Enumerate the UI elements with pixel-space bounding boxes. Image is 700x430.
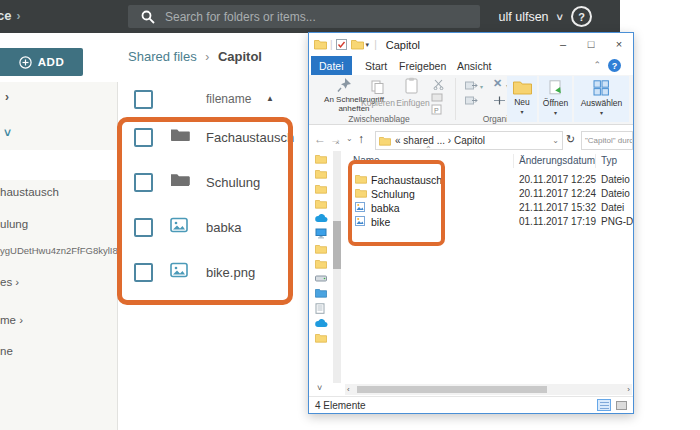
file-date: 20.11.2017 12:25 [519, 174, 596, 185]
sort-asc-icon[interactable]: ▲ [266, 94, 274, 103]
nav-scrollbar-thumb[interactable] [333, 221, 341, 269]
column-divider[interactable] [595, 154, 596, 168]
explorer-titlebar[interactable]: | ▾ | Capitol – □ × [309, 33, 633, 56]
breadcrumb[interactable]: ce› [0, 8, 20, 23]
ribbon-divider [455, 78, 456, 120]
explorer-help-icon[interactable]: ? [608, 59, 621, 72]
maximize-button[interactable]: □ [577, 33, 605, 55]
document-icon[interactable] [315, 303, 325, 314]
nav-folder-icon[interactable] [315, 244, 327, 254]
properties-icon[interactable] [336, 39, 347, 50]
details-view-button[interactable] [597, 399, 611, 411]
tab-datei[interactable]: Datei [311, 56, 352, 75]
breadcrumb-parent-link[interactable]: Shared files [128, 49, 197, 64]
close-button[interactable]: × [605, 33, 633, 55]
up-button[interactable]: ↑ [358, 132, 364, 146]
refresh-icon[interactable]: ↻ [566, 133, 575, 146]
chevron-right-icon[interactable]: › [5, 90, 9, 104]
scroll-right-icon[interactable]: › [627, 385, 630, 394]
onedrive-cloud-icon[interactable] [315, 319, 328, 328]
select-all-checkbox[interactable] [134, 90, 153, 109]
explorer-file-row[interactable]: Schulung 20.11.2017 12:24 Dateio [343, 187, 633, 201]
explorer-statusbar: 4 Elemente [309, 396, 633, 414]
file-name: Fachaustausch [371, 174, 442, 186]
sidebar-item[interactable]: es › [0, 276, 117, 288]
new-folder-qat-icon[interactable] [351, 39, 364, 50]
cut-icon[interactable] [433, 79, 444, 90]
tab-freigeben[interactable]: Freigeben [391, 56, 454, 75]
file-name[interactable]: Fachaustausch [206, 130, 294, 145]
network-folder-icon[interactable] [315, 288, 327, 298]
pin-icon[interactable] [337, 77, 352, 93]
explorer-window: | ▾ | Capitol – □ × Datei Start Freigebe… [308, 32, 634, 414]
drive-icon[interactable] [315, 274, 327, 283]
sidebar-item[interactable]: ne [0, 345, 117, 357]
column-name[interactable]: Name [353, 155, 380, 166]
sidebar-selected-item[interactable] [0, 150, 117, 180]
new-folder-button[interactable]: Neu ▾ [507, 76, 537, 122]
qat-dropdown-icon[interactable]: ▾ [366, 41, 370, 49]
scroll-down-icon[interactable]: ˅ [317, 383, 322, 393]
nav-folder-icon[interactable] [315, 169, 327, 179]
filename-column-header[interactable]: filename [206, 92, 251, 106]
ribbon-collapse-icon[interactable]: ⌃ [593, 60, 601, 70]
dropdown-icon[interactable]: ▾ [480, 83, 483, 90]
column-divider[interactable] [513, 154, 514, 168]
row-checkbox[interactable] [134, 218, 153, 237]
file-name[interactable]: Schulung [206, 175, 260, 190]
nav-scrollbar[interactable] [333, 151, 341, 383]
delete-icon[interactable]: ✕ [493, 77, 502, 90]
explorer-file-row[interactable]: bike 01.11.2017 17:19 PNG-D [343, 215, 633, 229]
help-icon[interactable]: ? [571, 6, 592, 27]
tab-ansicht[interactable]: Ansicht [449, 56, 499, 75]
history-dropdown-icon[interactable]: ⌄ [346, 134, 353, 143]
nav-folder-icon[interactable] [315, 333, 327, 343]
paste-icon[interactable] [404, 77, 419, 94]
move-to-icon[interactable] [465, 80, 478, 90]
chevron-down-icon[interactable]: ˅ [4, 126, 11, 140]
nav-folder-icon[interactable] [315, 184, 327, 194]
this-pc-icon[interactable] [315, 228, 327, 239]
column-date[interactable]: Änderungsdatum [519, 155, 595, 166]
open-button[interactable]: Öffnen ▾ [539, 76, 572, 122]
horizontal-scrollbar-thumb[interactable] [357, 386, 547, 393]
copy-path-icon[interactable] [431, 93, 443, 102]
address-dropdown-icon[interactable]: ⌄ [552, 136, 559, 145]
nav-folder-icon[interactable] [315, 154, 327, 164]
sidebar-item[interactable]: ygUDetHwu4zn2FfFG8kylI850 [0, 245, 117, 256]
explorer-file-row[interactable]: babka 21.11.2017 15:32 Datei [343, 201, 633, 215]
image-file-icon [170, 217, 188, 237]
row-checkbox[interactable] [134, 173, 153, 192]
select-button[interactable]: Auswählen ▾ [574, 76, 629, 122]
sidebar-item[interactable]: haustausch [0, 186, 117, 198]
user-menu[interactable]: ulf ulfsen ˅ ? [499, 0, 592, 33]
scroll-left-icon[interactable]: ‹ [347, 385, 350, 394]
search-input[interactable]: Search for folders or items... [128, 5, 480, 28]
thumbnails-view-button[interactable] [614, 399, 628, 411]
horizontal-scrollbar[interactable]: ‹ › [345, 384, 632, 395]
sidebar-item[interactable]: me › [0, 314, 117, 326]
minimize-button[interactable]: – [549, 33, 577, 55]
file-type: PNG-D [601, 216, 633, 227]
file-name[interactable]: bike.png [206, 265, 255, 280]
nav-folder-icon[interactable] [315, 199, 327, 209]
tab-start[interactable]: Start [357, 56, 395, 75]
file-name[interactable]: babka [206, 220, 241, 235]
copy-to-icon[interactable] [465, 95, 478, 105]
copy-icon[interactable] [371, 80, 385, 94]
rename-icon[interactable] [493, 96, 506, 105]
back-button[interactable]: ← [314, 132, 326, 146]
folder-icon [170, 172, 190, 191]
row-checkbox[interactable] [134, 263, 153, 282]
column-type[interactable]: Typ [601, 155, 617, 166]
address-path-field[interactable]: « shared ... › Capitol ⌄ [375, 131, 563, 150]
row-checkbox[interactable] [134, 128, 153, 147]
onedrive-cloud-icon[interactable] [315, 214, 328, 223]
scroll-up-icon[interactable]: ⌃ [334, 141, 341, 150]
sidebar-item[interactable]: ulung [0, 218, 117, 230]
explorer-search-field[interactable]: "Capitol" durchs... [581, 131, 633, 150]
add-button[interactable]: ADD [0, 48, 83, 76]
paste-button[interactable]: Einfügen [393, 98, 433, 108]
nav-folder-icon[interactable] [315, 259, 327, 269]
explorer-file-row[interactable]: Fachaustausch 20.11.2017 12:25 Dateio [343, 173, 633, 187]
